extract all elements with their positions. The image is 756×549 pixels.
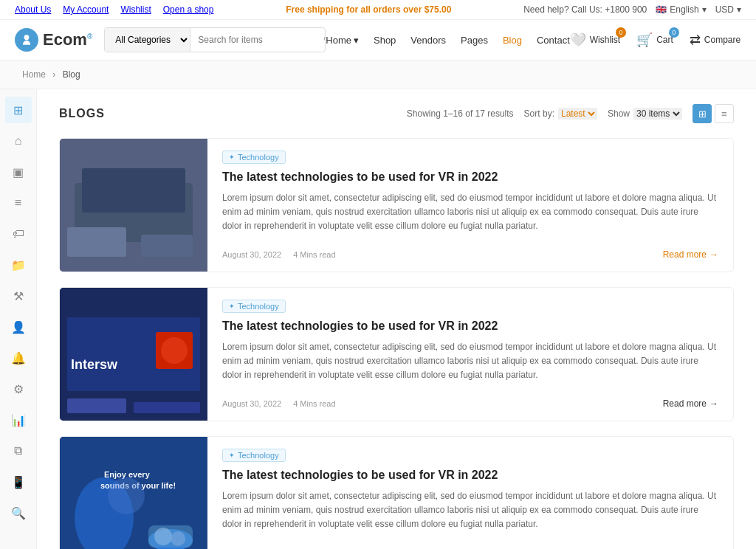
blog-card-title: The latest technologies to be used for V… <box>222 170 718 185</box>
search-button[interactable]: 🔍 <box>316 29 326 52</box>
sidebar-item-list[interactable]: ≡ <box>5 190 32 216</box>
read-more-link-2[interactable]: Read more → <box>663 398 718 409</box>
sidebar-item-search[interactable]: 🔍 <box>5 500 32 526</box>
logo-icon <box>15 28 38 52</box>
blog-read-time-2: 4 Mins read <box>293 399 335 408</box>
language-label: English <box>670 4 698 15</box>
arrow-right-icon-2: → <box>709 398 718 409</box>
sidebar-item-chart[interactable]: 📊 <box>5 407 32 433</box>
heart-icon: 🤍 <box>570 32 586 48</box>
arrow-right-icon: → <box>709 249 718 260</box>
blog-card-meta: August 30, 2022 4 Mins read Read more → <box>222 249 718 260</box>
cart-button[interactable]: 🛒 0 Cart <box>636 32 673 48</box>
blog-date-2: August 30, 2022 <box>222 399 281 408</box>
read-more-link[interactable]: Read more → <box>663 249 718 260</box>
nav-icons: 🤍 0 Wishlist 🛒 0 Cart ⇄ Compare 👤 Accoun… <box>570 32 756 48</box>
currency-label: USD <box>715 4 734 15</box>
sidebar-item-layers[interactable]: ⧉ <box>5 438 32 464</box>
promo-banner: Free shipping for all orders over $75.00 <box>286 4 451 15</box>
open-shop-link[interactable]: Open a shop <box>163 4 214 15</box>
sidebar-item-notification[interactable]: 🔔 <box>5 345 32 371</box>
read-more-text: Read more <box>663 249 707 260</box>
breadcrumb-home[interactable]: Home <box>22 69 46 80</box>
svg-point-14 <box>161 337 188 364</box>
show-label: Show <box>608 108 630 119</box>
compare-icon: ⇄ <box>690 32 701 48</box>
language-selector[interactable]: 🇬🇧 English ▾ <box>656 4 706 15</box>
compare-button[interactable]: ⇄ Compare <box>690 32 740 48</box>
blog-read-time: 4 Mins read <box>293 250 335 259</box>
wishlist-link[interactable]: Wishlist <box>120 4 151 15</box>
grid-view-button[interactable]: ⊞ <box>693 104 712 123</box>
blog-card: Technology The latest technologies to be… <box>59 138 734 272</box>
blog-card: Intersw Technology The latest technologi… <box>59 287 734 421</box>
breadcrumb-separator: › <box>52 69 55 80</box>
logo[interactable]: Ecom® <box>15 28 92 52</box>
svg-rect-15 <box>67 398 126 413</box>
chevron-down-icon-2: ▾ <box>737 4 741 15</box>
svg-rect-16 <box>134 402 200 413</box>
show-by: Show 30 items <box>608 108 682 120</box>
blog-card-3: Enjoy every sounds of your life! Technol… <box>59 436 734 549</box>
top-bar-left: About Us My Account Wishlist Open a shop <box>15 4 213 15</box>
blog-card-image-3: Enjoy every sounds of your life! <box>60 437 207 549</box>
sidebar-item-mobile[interactable]: 📱 <box>5 469 32 495</box>
blog-date: August 30, 2022 <box>222 250 281 259</box>
chevron-down-icon-3: ▾ <box>354 35 359 46</box>
sidebar-item-package[interactable]: ▣ <box>5 159 32 185</box>
promo-text: Free shipping for all orders over <box>286 4 424 15</box>
results-count: Showing 1–16 of 17 results <box>407 108 514 119</box>
nav-contact[interactable]: Contact <box>537 35 570 46</box>
blog-header: BLOGS Showing 1–16 of 17 results Sort by… <box>59 104 734 123</box>
svg-rect-7 <box>97 220 171 231</box>
search-input[interactable] <box>190 29 316 51</box>
sidebar-item-settings[interactable]: ⚙ <box>5 376 32 402</box>
about-us-link[interactable]: About Us <box>15 4 51 15</box>
sidebar-item-home[interactable]: ⌂ <box>5 128 32 154</box>
svg-point-26 <box>108 477 145 514</box>
svg-rect-3 <box>75 161 193 227</box>
read-more-text-2: Read more <box>663 398 707 409</box>
my-account-link[interactable]: My Account <box>63 4 109 15</box>
blog-card-excerpt-3: Lorem ipsum dolor sit amet, consectetur … <box>222 489 718 532</box>
category-select[interactable]: All Categories <box>105 28 190 52</box>
chevron-down-icon: ▾ <box>702 4 707 15</box>
wishlist-button[interactable]: 🤍 0 Wishlist <box>570 32 620 48</box>
nav-shop[interactable]: Shop <box>374 35 396 46</box>
nav-vendors[interactable]: Vendors <box>410 35 446 46</box>
currency-selector[interactable]: USD ▾ <box>715 4 741 15</box>
sidebar-item-tag[interactable]: 🏷 <box>5 221 32 247</box>
sidebar-item-tools[interactable]: ⚒ <box>5 283 32 309</box>
blog-title: BLOGS <box>59 107 105 120</box>
blog-meta-info: August 30, 2022 4 Mins read <box>222 250 336 259</box>
promo-amount: $75.00 <box>425 4 452 15</box>
sidebar: ⊞ ⌂ ▣ ≡ 🏷 📁 ⚒ 👤 🔔 ⚙ 📊 ⧉ 📱 🔍 <box>0 89 37 549</box>
blog-cards: Technology The latest technologies to be… <box>59 138 734 549</box>
search-bar: All Categories 🔍 <box>104 27 326 52</box>
wishlist-badge: 0 <box>616 27 626 38</box>
list-view-button[interactable]: ≡ <box>715 104 734 123</box>
top-bar: About Us My Account Wishlist Open a shop… <box>0 0 756 20</box>
nav-blog[interactable]: Blog <box>503 35 522 46</box>
blog-controls: Showing 1–16 of 17 results Sort by: Late… <box>407 104 734 123</box>
compare-label: Compare <box>704 35 740 45</box>
top-bar-right: Need help? Call Us: +1800 900 🇬🇧 English… <box>523 4 741 15</box>
sidebar-item-folder[interactable]: 📁 <box>5 252 32 278</box>
sidebar-item-user[interactable]: 👤 <box>5 314 32 340</box>
wishlist-label: Wishlist <box>590 35 620 45</box>
nav-pages[interactable]: Pages <box>461 35 488 46</box>
nav-home[interactable]: Home ▾ <box>326 35 359 46</box>
view-toggle: ⊞ ≡ <box>693 104 734 123</box>
blog-card-body-3: Technology The latest technologies to be… <box>207 437 733 549</box>
svg-point-0 <box>24 35 30 40</box>
blog-tag-2: Technology <box>222 300 286 313</box>
sidebar-item-grid[interactable]: ⊞ <box>5 97 32 123</box>
blog-card-image-2: Intersw <box>60 288 207 421</box>
show-select[interactable]: 30 items <box>633 108 682 120</box>
help-text: Need help? Call Us: +1800 900 <box>523 4 647 15</box>
svg-rect-2 <box>60 139 207 272</box>
svg-rect-25 <box>148 525 193 548</box>
sort-by: Sort by: Latest <box>524 108 597 120</box>
sort-select[interactable]: Latest <box>558 108 597 120</box>
blog-card-image-1 <box>60 139 207 272</box>
